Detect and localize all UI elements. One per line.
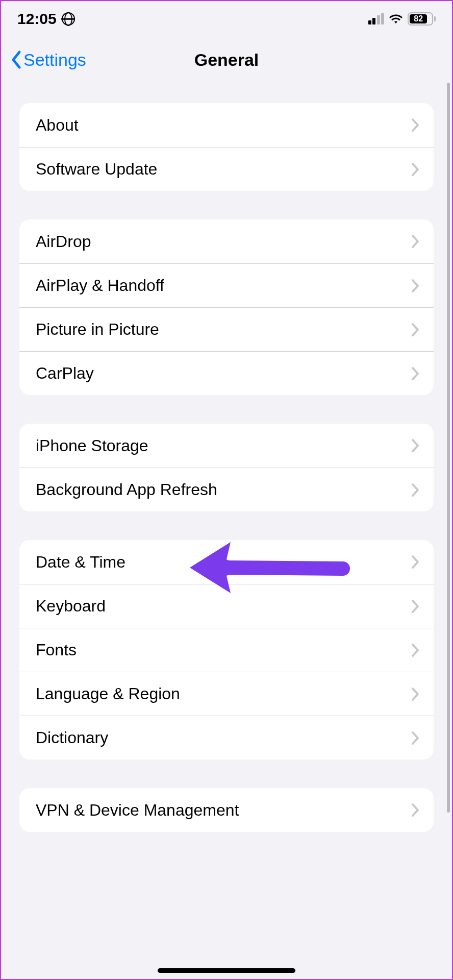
chevron-right-icon <box>411 599 419 614</box>
battery-percent: 82 <box>414 14 423 23</box>
row-iphone-storage[interactable]: iPhone Storage <box>19 424 434 468</box>
row-airdrop[interactable]: AirDrop <box>19 219 434 263</box>
chevron-left-icon <box>10 50 22 69</box>
status-left: 12:05 <box>17 10 75 28</box>
row-carplay[interactable]: CarPlay <box>19 351 434 395</box>
row-language-region[interactable]: Language & Region <box>19 672 434 716</box>
settings-group: AirDrop AirPlay & Handoff Picture in Pic… <box>19 219 434 395</box>
chevron-right-icon <box>411 366 419 381</box>
chevron-right-icon <box>411 323 419 337</box>
settings-group: Date & Time Keyboard Fonts Language & Re… <box>19 540 434 760</box>
chevron-right-icon <box>411 687 419 701</box>
nav-header: Settings General <box>1 37 452 83</box>
row-label: CarPlay <box>36 364 94 383</box>
row-label: Picture in Picture <box>36 320 159 339</box>
settings-group: iPhone Storage Background App Refresh <box>19 424 434 511</box>
row-picture-in-picture[interactable]: Picture in Picture <box>19 307 434 351</box>
row-date-time[interactable]: Date & Time <box>19 540 434 584</box>
chevron-right-icon <box>411 555 419 569</box>
chevron-right-icon <box>411 643 419 657</box>
row-label: VPN & Device Management <box>36 801 239 820</box>
row-label: Fonts <box>36 641 77 659</box>
back-button[interactable]: Settings <box>10 50 86 70</box>
cellular-signal-icon <box>368 13 385 24</box>
chevron-right-icon <box>411 731 419 745</box>
row-keyboard[interactable]: Keyboard <box>19 584 434 628</box>
row-label: Background App Refresh <box>36 480 217 499</box>
battery-icon: 82 <box>408 12 436 26</box>
row-label: AirDrop <box>36 232 91 251</box>
chevron-right-icon <box>411 234 419 249</box>
row-label: iPhone Storage <box>36 436 148 455</box>
globe-icon <box>62 12 75 26</box>
status-right: 82 <box>368 12 436 26</box>
row-software-update[interactable]: Software Update <box>19 147 434 191</box>
row-label: Keyboard <box>36 597 106 616</box>
chevron-right-icon <box>411 118 419 132</box>
wifi-icon <box>388 13 404 24</box>
row-label: Language & Region <box>36 684 180 703</box>
row-label: Date & Time <box>36 553 125 572</box>
row-label: AirPlay & Handoff <box>36 276 164 295</box>
row-fonts[interactable]: Fonts <box>19 628 434 672</box>
chevron-right-icon <box>411 279 419 293</box>
settings-content: About Software Update AirDrop AirPlay & … <box>1 83 452 832</box>
row-about[interactable]: About <box>19 103 434 147</box>
chevron-right-icon <box>411 438 419 453</box>
row-label: Software Update <box>36 160 157 179</box>
row-vpn-device-management[interactable]: VPN & Device Management <box>19 788 434 832</box>
chevron-right-icon <box>411 803 419 817</box>
row-dictionary[interactable]: Dictionary <box>19 716 434 760</box>
row-background-app-refresh[interactable]: Background App Refresh <box>19 468 434 511</box>
home-indicator[interactable] <box>158 968 295 973</box>
settings-group: VPN & Device Management <box>19 788 434 832</box>
chevron-right-icon <box>411 483 419 497</box>
chevron-right-icon <box>411 162 419 177</box>
status-time: 12:05 <box>17 10 57 28</box>
row-airplay-handoff[interactable]: AirPlay & Handoff <box>19 263 434 307</box>
scroll-indicator[interactable] <box>447 83 450 813</box>
status-bar: 12:05 82 <box>1 1 452 37</box>
back-label: Settings <box>23 50 86 70</box>
settings-group: About Software Update <box>19 103 434 191</box>
row-label: Dictionary <box>36 728 108 747</box>
row-label: About <box>36 116 79 135</box>
